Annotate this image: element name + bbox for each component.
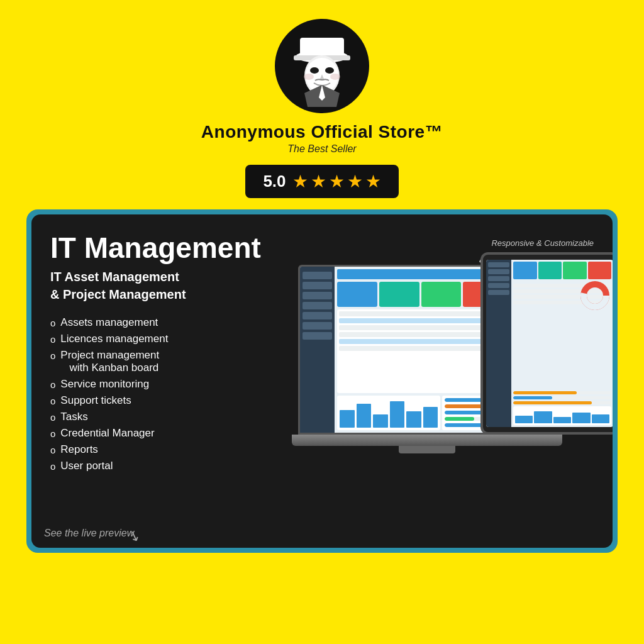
store-name: Anonymous Official Store™ [201,122,443,142]
sidebar-item [303,332,332,340]
tablet-sidebar [486,260,511,427]
star-2: ★ [311,171,326,192]
tablet-cards [513,262,611,279]
sidebar-item [303,312,332,319]
progress-fill [445,417,474,421]
progress-bar [513,396,611,399]
subtitle-line2: & Project Management [50,287,186,301]
bar [373,414,388,428]
star-rating: ★ ★ ★ ★ ★ [292,171,381,192]
card-green [421,282,462,307]
bullet-icon: o [50,428,55,439]
svg-rect-1 [300,38,344,58]
donut-chart [579,280,611,311]
subtitle-line1: IT Asset Management [50,270,179,284]
card-blue [337,282,377,307]
bar [340,410,355,428]
bullet-icon: o [50,350,55,361]
bar [406,411,421,428]
progress-fill [513,401,592,404]
product-card: IT Management IT Asset Management & Proj… [26,209,618,553]
card-blue [513,262,537,279]
star-4: ★ [347,171,363,192]
feature-text: Assets management [60,316,158,329]
tablet-mockup [480,252,613,435]
mockup-area [292,252,613,516]
card-red [588,262,612,279]
sidebar-item [303,302,332,309]
bar [572,413,590,423]
responsive-label: Responsive & Customizable [491,238,594,248]
card-teal [538,262,562,279]
svg-point-7 [304,74,314,80]
bar [515,416,533,423]
bullet-icon: o [50,379,55,390]
feature-text: Credential Manager [60,427,154,440]
store-tagline: The Best Seller [287,143,356,155]
store-logo [275,19,369,113]
tablet-main [511,260,613,427]
feature-text: Project management with Kanban board [60,349,159,374]
tablet-screen [486,260,613,427]
star-1: ★ [292,171,308,192]
sidebar-item [488,276,509,281]
bar [357,404,372,428]
sidebar-item [303,272,332,279]
progress-fill [513,391,577,394]
bullet-icon: o [50,318,55,328]
star-3: ★ [329,171,345,192]
bar [534,411,552,423]
sidebar-item [488,290,509,295]
tablet-frame [480,252,613,435]
card-teal [379,282,419,307]
svg-point-8 [330,74,340,80]
tablet-progress-area [513,391,611,404]
laptop-stand [399,446,455,453]
card-green [563,262,587,279]
screen-sidebar [300,267,335,433]
bullet-icon: o [50,334,55,345]
bullet-icon: o [50,396,55,406]
sidebar-item [488,283,509,288]
product-inner: IT Management IT Asset Management & Proj… [31,214,613,548]
bullet-icon: o [50,445,55,455]
feature-text: Service monitoring [60,378,149,391]
star-5: ★ [365,171,381,192]
screen-bar-chart [337,396,440,430]
bar [553,417,571,423]
top-section: Anonymous Official Store™ The Best Selle… [201,0,443,209]
progress-bar [513,391,611,394]
tablet-bar-chart [513,406,611,425]
feature-text: Support tickets [60,394,131,407]
sidebar-item [303,292,332,299]
progress-fill [513,396,552,399]
bullet-icon: o [50,461,55,472]
feature-text: User portal [60,460,113,472]
bullet-icon: o [50,412,55,423]
rating-score: 5.0 [263,172,286,191]
sidebar-item [488,269,509,274]
sidebar-item [303,322,332,330]
feature-text: Tasks [60,411,87,423]
progress-bar [513,401,611,404]
svg-point-5 [310,67,319,74]
sidebar-item [488,262,509,267]
preview-text: See the live preview [44,528,134,539]
bar [592,414,609,423]
rating-badge: 5.0 ★ ★ ★ ★ ★ [245,165,398,198]
bar [390,401,405,428]
feature-text: Reports [60,443,98,456]
svg-point-6 [325,67,334,74]
laptop-base [292,435,562,446]
bar [423,407,438,428]
sidebar-item [303,282,332,289]
feature-text: Licences management [60,333,168,345]
